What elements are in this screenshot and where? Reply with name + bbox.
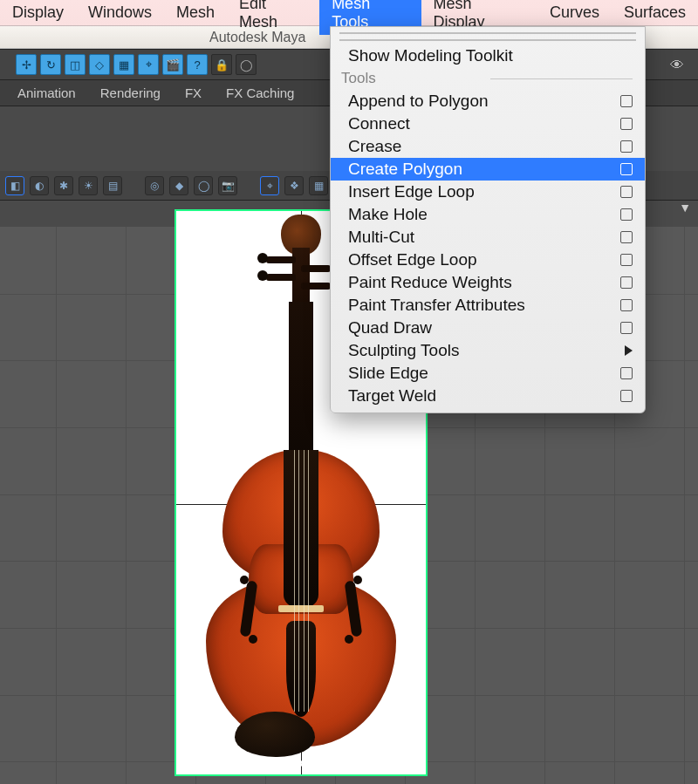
camera-label: front: [289, 757, 312, 769]
option-box-icon[interactable]: [620, 186, 633, 198]
menu-section-tools: Tools: [331, 67, 645, 90]
tab-fx[interactable]: FX: [185, 85, 202, 100]
menu-item-sculpting-tools[interactable]: Sculpting Tools: [331, 339, 645, 362]
menu-item-connect[interactable]: Connect: [331, 112, 645, 135]
menu-item-multi-cut[interactable]: Multi-Cut: [331, 226, 645, 249]
view-wire-icon[interactable]: ✱: [54, 176, 73, 195]
rotate-tool-icon[interactable]: ↻: [40, 54, 61, 75]
view-aov-icon[interactable]: ◯: [194, 176, 213, 195]
option-box-icon[interactable]: [620, 208, 633, 221]
help-icon[interactable]: ?: [187, 54, 208, 75]
menu-item-show-modeling-toolkit[interactable]: Show Modeling Toolkit: [331, 44, 645, 67]
menu-item-offset-edge-loop[interactable]: Offset Edge Loop: [331, 249, 645, 271]
menu-item-label: Quad Draw: [348, 318, 620, 337]
panel-collapse-chevron-icon[interactable]: ▼: [679, 201, 691, 215]
menu-item-slide-edge[interactable]: Slide Edge: [331, 362, 645, 385]
view-iso-icon[interactable]: ◆: [169, 176, 188, 195]
menu-item-label: Multi-Cut: [348, 228, 620, 247]
window-title: Autodesk Maya: [209, 30, 305, 45]
menu-item-label: Append to Polygon: [348, 92, 620, 111]
scale-tool-icon[interactable]: ◫: [65, 54, 86, 75]
menu-item-make-hole[interactable]: Make Hole: [331, 203, 645, 226]
menu-item-label: Make Hole: [348, 205, 620, 224]
playblast-icon[interactable]: 🎬: [162, 54, 183, 75]
menubar-item-surfaces[interactable]: Surfaces: [612, 0, 698, 25]
menu-item-label: Insert Edge Loop: [348, 182, 620, 201]
menu-tear-off-handle[interactable]: [339, 32, 636, 41]
menu-item-insert-edge-loop[interactable]: Insert Edge Loop: [331, 181, 645, 203]
menu-item-label: Sculpting Tools: [348, 341, 625, 360]
menu-item-append-to-polygon[interactable]: Append to Polygon: [331, 90, 645, 112]
menu-item-label: Create Polygon: [348, 160, 620, 179]
option-box-icon[interactable]: [620, 299, 633, 311]
option-box-icon[interactable]: [620, 140, 633, 153]
menu-item-paint-transfer-attributes[interactable]: Paint Transfer Attributes: [331, 294, 645, 317]
menu-item-paint-reduce-weights[interactable]: Paint Reduce Weights: [331, 271, 645, 294]
option-box-icon[interactable]: [620, 367, 633, 379]
view-cube-icon[interactable]: ◧: [5, 176, 24, 195]
menu-item-crease[interactable]: Crease: [331, 135, 645, 158]
tab-fx-caching[interactable]: FX Caching: [226, 85, 294, 100]
option-box-icon[interactable]: [620, 163, 633, 175]
view-select-icon[interactable]: ⌖: [260, 176, 279, 195]
tab-animation[interactable]: Animation: [17, 85, 76, 100]
view-texture-icon[interactable]: ▤: [103, 176, 122, 195]
tab-rendering[interactable]: Rendering: [100, 85, 161, 100]
option-box-icon[interactable]: [620, 276, 633, 289]
option-box-icon[interactable]: [620, 390, 633, 402]
menu-item-label: Connect: [348, 114, 620, 133]
menubar-item-display[interactable]: Display: [0, 0, 76, 25]
view-xray-icon[interactable]: ◎: [145, 176, 164, 195]
menu-item-quad-draw[interactable]: Quad Draw: [331, 317, 645, 339]
menu-item-label: Paint Reduce Weights: [348, 273, 620, 292]
visibility-icon[interactable]: ◯: [236, 54, 257, 75]
option-box-icon[interactable]: [620, 95, 633, 107]
view-grid-icon[interactable]: ▦: [309, 176, 328, 195]
menu-item-target-weld[interactable]: Target Weld: [331, 385, 645, 407]
menu-item-label: Target Weld: [348, 386, 620, 406]
menu-item-label: Offset Edge Loop: [348, 250, 620, 269]
submenu-arrow-icon: [625, 345, 633, 356]
mesh-tools-menu: Show Modeling Toolkit Tools Append to Po…: [330, 26, 646, 413]
view-shaded-icon[interactable]: ◐: [30, 176, 49, 195]
view-magnet-icon[interactable]: ❖: [284, 176, 304, 195]
move-tool-icon[interactable]: ✢: [16, 54, 37, 75]
view-cam-icon[interactable]: 📷: [218, 176, 237, 195]
menu-item-label: Slide Edge: [348, 364, 620, 383]
lock-icon[interactable]: 🔒: [211, 54, 232, 75]
option-box-icon[interactable]: [620, 254, 633, 266]
os-menubar: Display Windows Mesh Edit Mesh Mesh Tool…: [0, 0, 698, 26]
view-light-icon[interactable]: ☀: [79, 176, 98, 195]
menu-item-create-polygon[interactable]: Create Polygon: [331, 158, 645, 181]
menubar-item-windows[interactable]: Windows: [76, 0, 164, 25]
menu-item-label: Paint Transfer Attributes: [348, 296, 620, 315]
show-panel-icon[interactable]: 👁: [670, 58, 684, 73]
menubar-item-mesh[interactable]: Mesh: [164, 0, 227, 25]
option-box-icon[interactable]: [620, 118, 633, 130]
option-box-icon[interactable]: [620, 322, 633, 334]
option-box-icon[interactable]: [620, 231, 633, 243]
menu-item-label: Crease: [348, 137, 620, 156]
snap-grid-icon[interactable]: ◇: [89, 54, 110, 75]
menubar-item-curves[interactable]: Curves: [537, 0, 612, 25]
snap-curve-icon[interactable]: ▦: [113, 54, 134, 75]
snap-point-icon[interactable]: ⌖: [138, 54, 159, 75]
